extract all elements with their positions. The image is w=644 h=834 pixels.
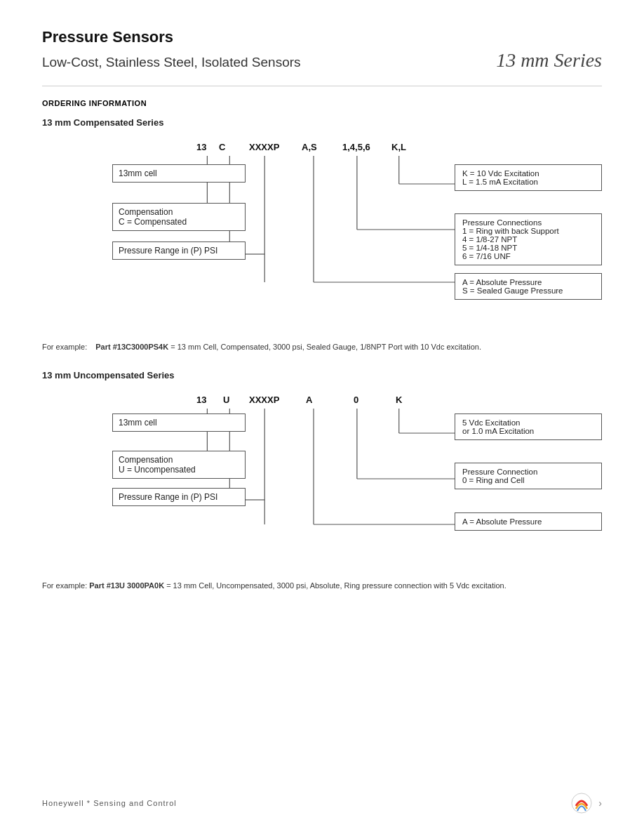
comp-excit-1: K = 10 Vdc Excitation	[462, 169, 539, 178]
comp-ptype-A: A = Absolute Pressure	[462, 278, 542, 286]
footer: Honeywell * Sensing and Control ›	[42, 792, 602, 814]
uncomp-pressure-label: Pressure Range in (P) PSI	[119, 492, 217, 502]
comp-example-prefix: For example:	[42, 343, 87, 351]
code-K-uncomp: K	[396, 395, 402, 405]
comp-pressure-conn-box: Pressure Connections 1 = Ring with back …	[455, 213, 602, 265]
comp-cell-box: 13mm cell	[112, 164, 246, 183]
code-XXXXP-uncomp: XXXXP	[249, 395, 279, 405]
compensated-diagram: 13 C XXXXP A,S 1,4,5,6 K,L 13mm cell Com…	[42, 135, 602, 338]
honeywell-logo	[570, 792, 593, 814]
uncomp-pconn-0: 0 = Ring and Cell	[462, 476, 525, 484]
subtitle: Low-Cost, Stainless Steel, Isolated Sens…	[42, 55, 301, 70]
uncomp-example-suffix: = 13 mm Cell, Uncompensated, 3000 psi, A…	[164, 581, 507, 590]
comp-pconn-1: 1 = Ring with back Support	[462, 227, 559, 235]
comp-pconn-title: Pressure Connections	[462, 218, 542, 227]
uncomp-pressure-type-box: A = Absolute Pressure	[455, 512, 602, 531]
code-U: U	[223, 395, 229, 405]
uncomp-example-prefix: For example:	[42, 581, 87, 590]
code-XXXXP-comp: XXXXP	[249, 142, 279, 152]
code-A-uncomp: A	[306, 395, 312, 405]
code-13-comp: 13	[196, 142, 206, 152]
comp-example-suffix: = 13 mm Cell, Compensated, 3000 psi, Sea…	[168, 343, 481, 351]
uncomp-comp-line2: U = Uncompensated	[119, 465, 196, 475]
code-C: C	[219, 142, 225, 152]
page: Pressure Sensors Low-Cost, Stainless Ste…	[0, 0, 644, 834]
uncomp-ptype-A: A = Absolute Pressure	[462, 517, 542, 526]
comp-excitation-box: K = 10 Vdc Excitation L = 1.5 mA Excitat…	[455, 164, 602, 191]
uncomp-excitation-box: 5 Vdc Excitation or 1.0 mA Excitation	[455, 413, 602, 440]
comp-cell-label: 13mm cell	[119, 168, 157, 178]
footer-right: ›	[570, 792, 602, 814]
nav-arrow-icon[interactable]: ›	[598, 797, 602, 809]
uncomp-excit-1: 5 Vdc Excitation	[462, 418, 520, 427]
comp-pconn-4: 4 = 1/8-27 NPT	[462, 235, 517, 244]
comp-pconn-5: 5 = 1/4-18 NPT	[462, 244, 517, 252]
comp-ptype-S: S = Sealed Gauge Pressure	[462, 286, 563, 295]
comp-comp-line1: Compensation	[119, 207, 173, 217]
subtitle-row: Low-Cost, Stainless Steel, Isolated Sens…	[42, 49, 602, 72]
divider	[42, 86, 602, 86]
comp-excit-2: L = 1.5 mA Excitation	[462, 178, 538, 186]
code-0: 0	[354, 395, 358, 405]
compensated-title: 13 mm Compensated Series	[42, 117, 602, 128]
compensated-example: For example:Part #13C3000PS4K = 13 mm Ce…	[42, 341, 602, 353]
uncompensated-section: 13 mm Uncompensated Series	[42, 370, 602, 592]
comp-pressure-type-box: A = Absolute Pressure S = Sealed Gauge P…	[455, 273, 602, 300]
comp-example-part: Part #13C3000PS4K	[95, 343, 168, 351]
uncomp-pressure-box: Pressure Range in (P) PSI	[112, 488, 246, 506]
uncomp-example-part: Part #13U 3000PA0K	[89, 581, 164, 590]
uncomp-comp-line1: Compensation	[119, 455, 173, 465]
compensated-section: 13 mm Compensated Series	[42, 117, 602, 353]
code-KL: K,L	[391, 142, 406, 152]
uncompensated-title: 13 mm Uncompensated Series	[42, 370, 602, 380]
comp-pressure-box: Pressure Range in (P) PSI	[112, 241, 246, 260]
code-1456: 1,4,5,6	[342, 142, 370, 152]
uncomp-cell-box: 13mm cell	[112, 413, 246, 432]
uncompensated-example: For example: Part #13U 3000PA0K = 13 mm …	[42, 580, 602, 592]
code-AS: A,S	[302, 142, 317, 152]
series-label: 13 mm Series	[496, 49, 602, 72]
uncomp-excit-2: or 1.0 mA Excitation	[462, 427, 534, 435]
comp-pressure-label: Pressure Range in (P) PSI	[119, 246, 217, 256]
footer-text: Honeywell * Sensing and Control	[42, 799, 177, 807]
code-13-uncomp: 13	[196, 395, 206, 405]
ordering-header: ORDERING INFORMATION	[42, 99, 602, 107]
uncomp-pconn-title: Pressure Connection	[462, 468, 537, 476]
uncomp-compensation-box: Compensation U = Uncompensated	[112, 451, 246, 479]
comp-compensation-box: Compensation C = Compensated	[112, 203, 246, 231]
uncomp-cell-label: 13mm cell	[119, 418, 157, 428]
comp-pconn-6: 6 = 7/16 UNF	[462, 252, 511, 260]
page-title: Pressure Sensors	[42, 28, 602, 46]
comp-comp-line2: C = Compensated	[119, 217, 187, 227]
uncompensated-diagram: 13 U XXXXP A 0 K 13mm cell Compensation …	[42, 388, 602, 577]
uncomp-pressure-conn-box: Pressure Connection 0 = Ring and Cell	[455, 463, 602, 489]
